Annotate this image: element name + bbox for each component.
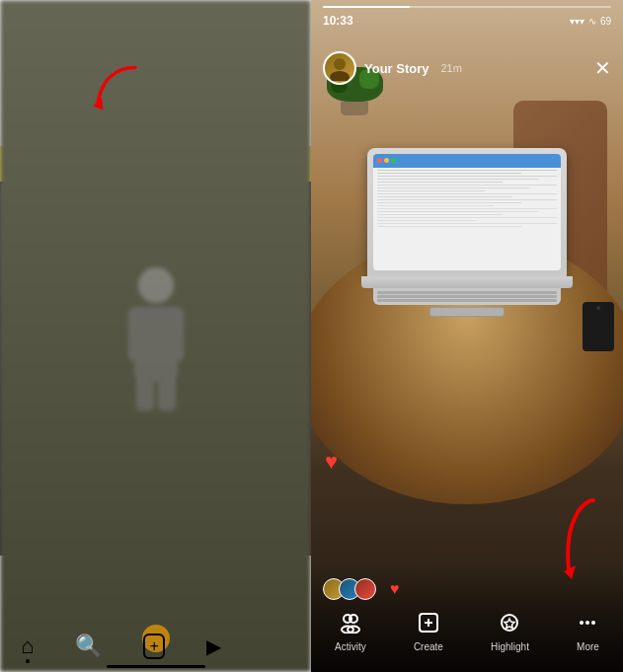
story-close-button[interactable]: ✕ [594,56,611,80]
story-username: Your Story [364,61,429,76]
create-icon [418,612,439,638]
laptop-lid [367,148,567,276]
activity-icon [340,612,361,638]
screen-line-2 [377,173,521,175]
story-user-avatar [323,51,356,85]
story-status-bar: 10:33 ▾▾▾ ∿ 69 [323,14,611,30]
screen-line-15 [377,211,539,213]
right-panel: 10:33 ▾▾▾ ∿ 69 Your Story 21m ✕ [311,0,623,672]
right-time: 10:33 [323,14,353,28]
screen-line-9 [377,193,557,195]
right-wifi-icon: ∿ [588,16,596,27]
screen-line-3 [377,176,557,178]
right-signal-icon: ▾▾▾ [570,16,584,27]
more-icon [577,612,598,638]
screen-titlebar [373,154,561,168]
dot-max [391,158,396,163]
key-row-2 [377,295,557,298]
story-top-bar: 10:33 ▾▾▾ ∿ 69 Your Story 21m ✕ [311,0,623,91]
dot-min [384,158,389,163]
screen-line-16 [377,214,504,216]
nav-reels-button[interactable]: ▶ [206,635,221,658]
right-status-icons: ▾▾▾ ∿ 69 [570,16,611,27]
story-heart-reaction: ♥ [325,449,338,475]
story-highlight-button[interactable]: Highlight [491,612,529,652]
screen-line-8 [377,190,485,192]
laptop [343,148,592,319]
more-label: More [577,641,599,652]
story-activity-button[interactable]: Activity [335,612,366,652]
nav-create-button[interactable]: + [143,634,164,659]
screen-line-19 [377,223,557,225]
screen-dots [377,158,396,163]
screen-content [373,168,561,230]
nav-search-button[interactable]: 🔍 [75,634,102,659]
right-battery-icon: 69 [600,16,611,27]
screen-line-13 [377,205,494,207]
story-progress-fill [323,6,410,8]
svg-rect-12 [168,307,184,361]
screen-line-20 [377,226,521,228]
create-label: Create [414,641,443,652]
story-bottom-overlay: ♥ Activity [311,566,623,672]
svg-rect-14 [158,376,176,411]
reaction-avatar-3 [354,578,376,600]
reaction-avatars [323,578,370,600]
plant-pot [341,102,368,115]
dot-close [377,158,382,163]
feed-image-right [156,182,312,556]
laptop-screen [373,154,561,270]
reaction-heart: ♥ [390,580,400,598]
screen-line-11 [377,199,557,201]
screen-line-4 [377,179,539,181]
screen-line-7 [377,187,530,189]
feed-images: ▶ More Rho Bar... [0,182,311,556]
laptop-touchpad [429,307,505,317]
screen-line-18 [377,220,476,222]
key-row-1 [377,291,557,294]
speaker-dot [596,306,600,310]
story-user-info: Your Story 21m [323,51,462,85]
laptop-keyboard [373,288,561,305]
screen-line-10 [377,196,512,198]
activity-label: Activity [335,641,366,652]
blurred-person-right [156,182,312,556]
highlight-icon [499,612,520,638]
story-action-bar: Activity Create [311,604,623,672]
svg-point-9 [156,267,174,303]
nav-home-button[interactable]: ⌂ [21,634,34,659]
screen-line-17 [377,217,557,219]
screen-line-14 [377,208,557,210]
story-time-ago: 21m [441,62,462,74]
left-panel: 10:33 ▾▾▾ ∿ 69 Instagram ♡ 💬 4 [0,0,311,672]
svg-point-30 [591,621,595,625]
screen-line-12 [377,202,521,204]
screen-line-1 [377,170,557,172]
screen-line-5 [377,182,504,184]
home-indicator-left [107,665,205,668]
laptop-keyboard-base [361,276,574,288]
svg-point-29 [585,621,589,625]
story-more-button[interactable]: More [577,612,599,652]
story-create-button[interactable]: Create [414,612,443,652]
story-progress-bar [323,6,611,8]
story-header-row: Your Story 21m ✕ [323,30,611,91]
svg-point-17 [334,58,346,70]
svg-point-28 [580,621,584,625]
highlight-label: Highlight [491,641,529,652]
keyboard-rows [377,291,557,302]
svg-point-18 [330,71,350,81]
story-reaction-row: ♥ [311,574,623,604]
key-row-3 [377,299,557,302]
screen-line-6 [377,185,557,187]
heart-icon-story: ♥ [325,449,338,474]
